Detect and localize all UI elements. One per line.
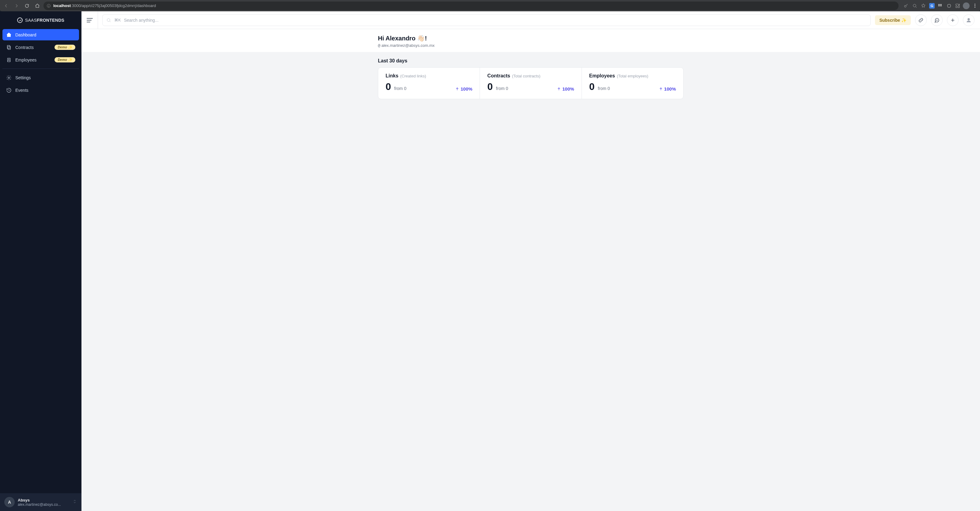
svg-point-14: [936, 20, 936, 20]
app-root: SAASFRONTENDS Dashboard Contracts Demo ✨: [0, 11, 980, 511]
svg-point-3: [904, 5, 906, 7]
url-text: localhost:3000/app/cl275j3aj00503fjdcg2d…: [53, 3, 156, 8]
sidebar-item-label: Dashboard: [15, 32, 37, 37]
add-button[interactable]: [947, 14, 959, 26]
stat-value: 0: [385, 81, 391, 92]
nav-back-button[interactable]: [2, 2, 10, 10]
stat-from: from 0: [394, 86, 406, 91]
profile-avatar[interactable]: [963, 2, 970, 9]
global-search[interactable]: ⌘K: [102, 14, 871, 26]
svg-line-5: [916, 7, 916, 8]
zoom-icon[interactable]: [912, 2, 918, 9]
section-title: Last 30 days: [378, 58, 684, 63]
sidebar-item-label: Employees: [15, 57, 37, 62]
account-switcher[interactable]: A Absys alex.martinez@absys.co...: [0, 493, 81, 511]
stat-delta: 100%: [659, 86, 676, 92]
brand-mark-icon: [17, 17, 23, 23]
stat-contracts: Contracts (Total contracts) 0 from 0: [480, 68, 581, 99]
user-email-line: @ alex.martinez@absys.com.mx: [378, 43, 684, 48]
user-icon: [966, 17, 971, 23]
sidebar-item-label: Settings: [15, 75, 31, 80]
nav-home-button[interactable]: [33, 2, 41, 10]
svg-point-19: [968, 18, 970, 20]
dropbox-extension-icon[interactable]: [937, 2, 944, 9]
subscribe-button[interactable]: Subscribe ✨: [875, 15, 911, 25]
sidebar-toggle[interactable]: [81, 11, 98, 29]
extensions-puzzle-icon[interactable]: [954, 2, 961, 9]
stat-delta: 100%: [557, 86, 574, 92]
user-menu-button[interactable]: [963, 14, 975, 26]
svg-point-16: [937, 20, 938, 20]
stat-hint: (Total employees): [617, 74, 648, 78]
subscribe-label: Subscribe ✨: [879, 18, 907, 23]
stat-title: Contracts: [487, 73, 510, 79]
contracts-icon: [6, 44, 12, 50]
arrow-up-icon: [455, 87, 460, 91]
svg-point-15: [937, 20, 937, 20]
svg-rect-6: [948, 4, 951, 7]
url-bar[interactable]: localhost:3000/app/cl275j3aj00503fjdcg2d…: [43, 2, 899, 10]
site-info-icon[interactable]: [46, 4, 51, 8]
stat-from: from 0: [496, 86, 508, 91]
bookmark-star-icon[interactable]: [920, 2, 927, 9]
primary-nav: Dashboard Contracts Demo ✨ Employees Dem…: [0, 29, 81, 67]
history-icon: [6, 87, 12, 93]
sidebar-divider: [2, 68, 79, 69]
sidebar-item-employees[interactable]: Employees Demo ✨: [2, 54, 79, 65]
search-shortcut: ⌘K: [114, 18, 121, 22]
brand-thin: SAAS: [25, 18, 37, 23]
user-email: alex.martinez@absys.com.mx: [381, 43, 434, 48]
sidebar-item-events[interactable]: Events: [2, 84, 79, 96]
hero: Hi Alexandro 👋🏻! @ alex.martinez@absys.c…: [81, 29, 980, 52]
demo-badge: Demo ✨: [54, 44, 75, 50]
extension-icon[interactable]: [946, 2, 953, 9]
stat-hint: (Created links): [400, 74, 426, 78]
stat-delta: 100%: [455, 86, 472, 92]
stat-from: from 0: [598, 86, 610, 91]
svg-point-10: [9, 59, 10, 60]
gear-icon: [6, 75, 12, 81]
svg-point-12: [107, 18, 110, 21]
link-icon: [918, 17, 924, 23]
svg-point-11: [8, 77, 10, 78]
plus-icon: [950, 17, 956, 23]
browser-menu-icon[interactable]: [971, 2, 978, 9]
stat-hint: (Total contracts): [512, 74, 540, 78]
sidebar-item-label: Contracts: [15, 45, 34, 50]
greeting: Hi Alexandro 👋🏻!: [378, 35, 684, 42]
search-icon: [106, 18, 111, 23]
account-avatar: A: [4, 497, 15, 507]
secondary-nav: Settings Events: [0, 72, 81, 97]
svg-rect-7: [7, 45, 10, 49]
nav-reload-button[interactable]: [23, 2, 31, 10]
sidebar-item-settings[interactable]: Settings: [2, 72, 79, 83]
translate-extension-icon[interactable]: G: [929, 2, 935, 9]
svg-point-4: [913, 4, 916, 7]
stat-title: Links: [385, 73, 398, 79]
sidebar-item-label: Events: [15, 88, 29, 93]
hamburger-icon: [87, 18, 93, 22]
topbar: ⌘K Subscribe ✨: [81, 11, 980, 29]
stats-grid: Links (Created links) 0 from 0: [378, 67, 684, 99]
account-name: Absys: [18, 498, 69, 502]
password-key-icon[interactable]: [903, 2, 910, 9]
chevron-up-down-icon: [72, 499, 77, 505]
chat-button[interactable]: [931, 14, 943, 26]
search-input[interactable]: [124, 18, 867, 23]
browser-chrome: localhost:3000/app/cl275j3aj00503fjdcg2d…: [0, 0, 980, 11]
content: ⌘K Subscribe ✨ Hi Alexandro 👋🏻!: [81, 11, 980, 511]
account-email: alex.martinez@absys.co...: [18, 502, 69, 507]
sidebar-item-contracts[interactable]: Contracts Demo ✨: [2, 41, 79, 53]
link-button[interactable]: [915, 14, 927, 26]
at-symbol: @: [378, 43, 380, 48]
stat-links: Links (Created links) 0 from 0: [378, 68, 480, 99]
dashboard: Last 30 days Links (Created links) 0 fro…: [81, 52, 980, 105]
sidebar-item-dashboard[interactable]: Dashboard: [2, 29, 79, 40]
sidebar: SAASFRONTENDS Dashboard Contracts Demo ✨: [0, 11, 81, 511]
employees-icon: [6, 57, 12, 63]
brand-logo[interactable]: SAASFRONTENDS: [0, 11, 81, 29]
svg-rect-8: [8, 46, 10, 49]
chat-icon: [934, 17, 940, 23]
home-icon: [6, 32, 12, 38]
nav-forward-button[interactable]: [12, 2, 21, 10]
